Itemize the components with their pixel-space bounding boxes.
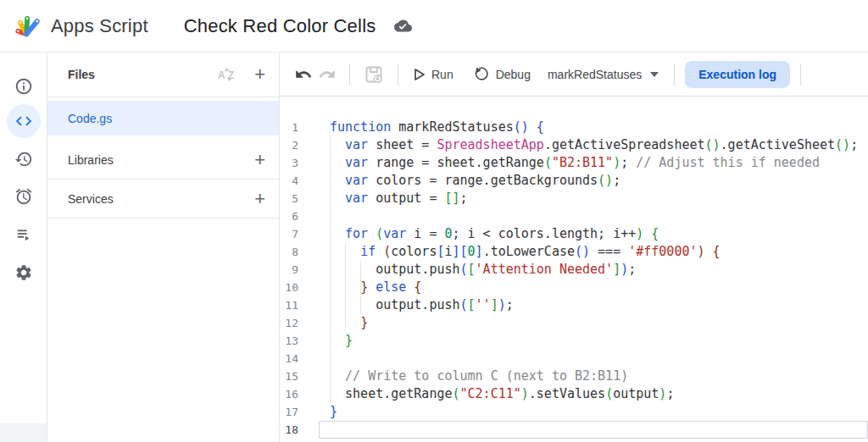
line-text: var output = []; (319, 190, 868, 207)
undo-icon (295, 66, 312, 83)
line-number[interactable]: 1 (280, 119, 298, 136)
header: Apps Script Check Red Color Cells (0, 0, 868, 52)
line-text: var sheet = SpreadsheetApp.getActiveSpre… (319, 136, 868, 154)
line-number[interactable]: 14 (280, 350, 298, 367)
code-line[interactable]: 11 output.push(['']); (280, 296, 868, 314)
line-text: } (319, 314, 868, 332)
files-header: Files A Z + (47, 52, 279, 97)
files-panel: Files A Z + Code.gs Libraries + (47, 52, 280, 442)
code-line[interactable]: 1function markRedStatuses() { (280, 119, 868, 136)
sidebar-item-overview[interactable] (7, 69, 41, 103)
code-line[interactable]: 13 } (280, 332, 868, 350)
line-text: if (colors[i][0].toLowerCase() === '#ff0… (319, 243, 868, 261)
rail-footer (0, 423, 47, 442)
line-number[interactable]: 16 (280, 385, 298, 403)
divider (800, 64, 801, 86)
code-editor[interactable]: 1function markRedStatuses() {2 var sheet… (280, 97, 868, 442)
line-text: } (319, 403, 868, 421)
code-line[interactable]: 3 var range = sheet.getRange("B2:B11"); … (280, 154, 868, 172)
code-line[interactable]: 18 (280, 421, 868, 439)
sidebar-item-settings[interactable] (7, 256, 41, 290)
line-number[interactable]: 12 (280, 314, 298, 332)
line-number[interactable]: 17 (280, 403, 298, 421)
divider (674, 64, 675, 86)
section-label: Services (68, 192, 253, 206)
history-icon (14, 150, 33, 169)
editor-toolbar: Run Debug markRedStatuses Execution log (280, 52, 868, 97)
line-number[interactable]: 6 (280, 207, 298, 225)
debug-label: Debug (496, 68, 531, 81)
app-name: Apps Script (51, 15, 148, 37)
line-number[interactable]: 9 (280, 261, 298, 279)
file-row-codegs[interactable]: Code.gs (47, 101, 279, 135)
section-label: Libraries (68, 153, 253, 167)
code-line[interactable]: 5 var output = []; (280, 190, 868, 207)
code-lines: 1function markRedStatuses() {2 var sheet… (280, 119, 868, 439)
function-selector-dropdown[interactable]: markRedStatuses (548, 68, 659, 81)
add-file-button[interactable]: + (253, 64, 267, 86)
execution-log-button[interactable]: Execution log (685, 61, 790, 88)
add-service-button[interactable]: + (253, 188, 267, 210)
line-text: var range = sheet.getRange("B2:B11"); //… (319, 154, 868, 172)
plus-icon: + (254, 190, 265, 208)
function-selector-value: markRedStatuses (548, 68, 642, 81)
code-line[interactable]: 15 // Write to column C (next to B2:B11) (280, 367, 868, 385)
sidebar-item-editor[interactable] (7, 104, 41, 138)
line-text (319, 207, 868, 225)
editor-pane: Run Debug markRedStatuses Execution log … (280, 52, 868, 442)
project-title[interactable]: Check Red Color Cells (184, 15, 376, 37)
debug-button[interactable]: Debug (470, 63, 534, 86)
line-text: var colors = range.getBackgrounds(); (319, 172, 868, 190)
nav-rail (0, 52, 47, 442)
line-text (319, 350, 868, 367)
line-number[interactable]: 3 (280, 154, 298, 172)
line-number[interactable]: 4 (280, 172, 298, 190)
line-number[interactable]: 18 (280, 421, 298, 439)
run-label: Run (431, 68, 453, 81)
code-line[interactable]: 12 } (280, 314, 868, 332)
sidebar-item-services[interactable]: Services + (47, 180, 279, 218)
code-line[interactable]: 2 var sheet = SpreadsheetApp.getActiveSp… (280, 136, 868, 154)
alarm-clock-icon (14, 187, 33, 206)
line-number[interactable]: 5 (280, 190, 298, 207)
redo-icon (319, 66, 336, 83)
sidebar-item-executions[interactable] (7, 218, 41, 251)
line-number[interactable]: 15 (280, 367, 298, 385)
line-number[interactable]: 7 (280, 225, 298, 243)
code-line[interactable]: 8 if (colors[i][0].toLowerCase() === '#f… (280, 243, 868, 261)
info-icon (14, 77, 33, 96)
add-library-button[interactable]: + (253, 149, 267, 171)
code-line[interactable]: 14 (280, 350, 868, 367)
sidebar-item-project-history[interactable] (7, 142, 41, 176)
line-text: } (319, 332, 868, 350)
code-line[interactable]: 17} (280, 403, 868, 421)
code-line[interactable]: 7 for (var i = 0; i < colors.length; i++… (280, 225, 868, 243)
files-panel-title: Files (68, 68, 215, 81)
line-text: } else { (319, 279, 868, 296)
save-project-button[interactable] (360, 61, 387, 88)
az-sort-icon[interactable]: A Z (215, 65, 241, 84)
apps-script-window: Apps Script Check Red Color Cells (0, 0, 868, 442)
line-number[interactable]: 13 (280, 332, 298, 350)
code-line[interactable]: 9 output.push(['Attention Needed']); (280, 261, 868, 279)
run-button[interactable]: Run (410, 64, 457, 85)
line-number[interactable]: 2 (280, 136, 298, 154)
line-number[interactable]: 11 (280, 296, 298, 314)
code-line[interactable]: 6 (280, 207, 868, 225)
divider (349, 64, 350, 86)
line-text: // Write to column C (next to B2:B11) (319, 367, 868, 385)
code-line[interactable]: 16 sheet.getRange("C2:C11").setValues(ou… (280, 385, 868, 403)
undo-button[interactable] (292, 63, 315, 86)
svg-text:A: A (218, 69, 225, 81)
line-text: function markRedStatuses() { (319, 119, 868, 136)
code-line[interactable]: 4 var colors = range.getBackgrounds(); (280, 172, 868, 190)
cloud-check-icon (394, 17, 412, 35)
sidebar-item-triggers[interactable] (7, 180, 41, 213)
line-text: for (var i = 0; i < colors.length; i++) … (319, 225, 868, 243)
line-number[interactable]: 10 (280, 279, 298, 296)
chevron-down-icon (650, 72, 659, 77)
code-line[interactable]: 10 } else { (280, 279, 868, 296)
sidebar-item-libraries[interactable]: Libraries + (47, 141, 279, 180)
redo-button[interactable] (315, 63, 339, 86)
line-number[interactable]: 8 (280, 243, 298, 261)
